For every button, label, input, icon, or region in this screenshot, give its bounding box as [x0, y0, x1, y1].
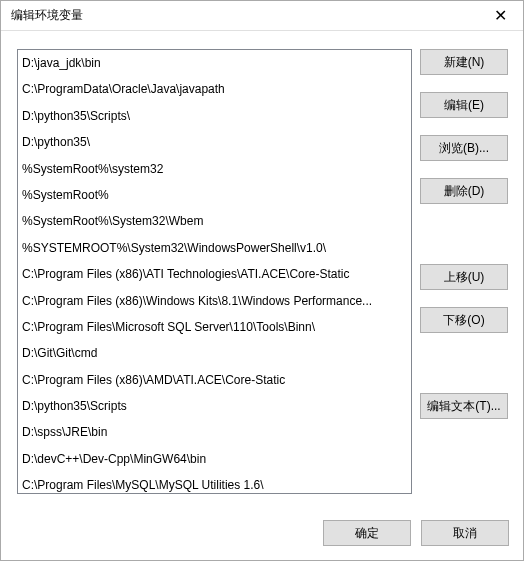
list-item[interactable]: D:\java_jdk\bin — [18, 50, 411, 76]
window-title: 编辑环境变量 — [11, 7, 83, 24]
dialog-body: D:\java_jdk\binC:\ProgramData\Oracle\Jav… — [1, 31, 523, 510]
browse-button[interactable]: 浏览(B)... — [420, 135, 508, 161]
dialog-window: 编辑环境变量 ✕ D:\java_jdk\binC:\ProgramData\O… — [0, 0, 524, 561]
list-item[interactable]: C:\ProgramData\Oracle\Java\javapath — [18, 76, 411, 102]
list-item[interactable]: %SystemRoot% — [18, 182, 411, 208]
list-item[interactable]: %SystemRoot%\System32\Wbem — [18, 208, 411, 234]
list-item[interactable]: C:\Program Files (x86)\Windows Kits\8.1\… — [18, 288, 411, 314]
move-up-button[interactable]: 上移(U) — [420, 264, 508, 290]
edit-text-button[interactable]: 编辑文本(T)... — [420, 393, 508, 419]
list-item[interactable]: D:\python35\ — [18, 129, 411, 155]
list-item[interactable]: C:\Program Files (x86)\ATI Technologies\… — [18, 261, 411, 287]
delete-button[interactable]: 删除(D) — [420, 178, 508, 204]
list-item[interactable]: C:\Program Files\MySQL\MySQL Utilities 1… — [18, 472, 411, 494]
list-item[interactable]: %SystemRoot%\system32 — [18, 156, 411, 182]
ok-button[interactable]: 确定 — [323, 520, 411, 546]
path-listbox[interactable]: D:\java_jdk\binC:\ProgramData\Oracle\Jav… — [17, 49, 412, 494]
list-item[interactable]: C:\Program Files\Microsoft SQL Server\11… — [18, 314, 411, 340]
dialog-footer: 确定 取消 — [1, 510, 523, 560]
list-item[interactable]: D:\devC++\Dev-Cpp\MinGW64\bin — [18, 446, 411, 472]
list-item[interactable]: D:\Git\Git\cmd — [18, 340, 411, 366]
list-item[interactable]: C:\Program Files (x86)\AMD\ATI.ACE\Core-… — [18, 367, 411, 393]
edit-button[interactable]: 编辑(E) — [420, 92, 508, 118]
list-item[interactable]: %SYSTEMROOT%\System32\WindowsPowerShell\… — [18, 235, 411, 261]
close-icon: ✕ — [494, 6, 507, 25]
move-down-button[interactable]: 下移(O) — [420, 307, 508, 333]
button-column: 新建(N) 编辑(E) 浏览(B)... 删除(D) 上移(U) 下移(O) 编… — [420, 49, 508, 500]
cancel-button[interactable]: 取消 — [421, 520, 509, 546]
list-item[interactable]: D:\spss\JRE\bin — [18, 419, 411, 445]
titlebar: 编辑环境变量 ✕ — [1, 1, 523, 31]
list-item[interactable]: D:\python35\Scripts\ — [18, 103, 411, 129]
close-button[interactable]: ✕ — [478, 1, 523, 31]
new-button[interactable]: 新建(N) — [420, 49, 508, 75]
list-item[interactable]: D:\python35\Scripts — [18, 393, 411, 419]
